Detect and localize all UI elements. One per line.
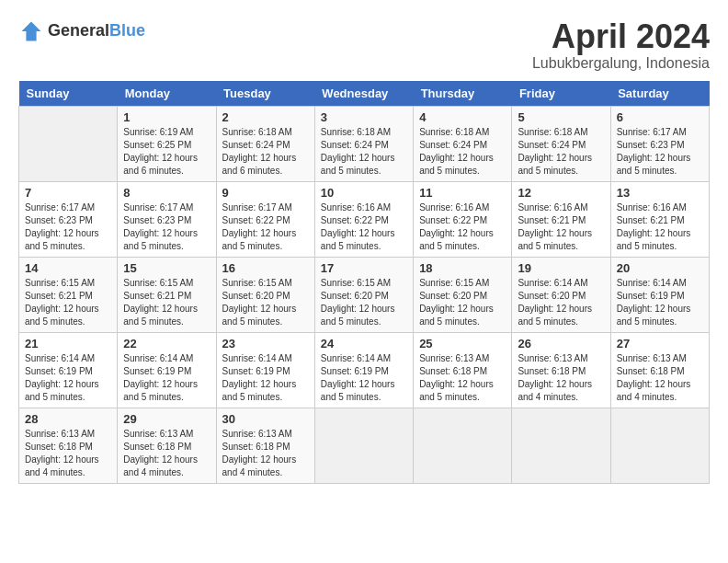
calendar-cell: 5Sunrise: 6:18 AM Sunset: 6:24 PM Daylig… <box>512 106 610 181</box>
calendar-cell: 22Sunrise: 6:14 AM Sunset: 6:19 PM Dayli… <box>118 332 216 408</box>
day-number: 8 <box>123 186 210 200</box>
week-row-2: 7Sunrise: 6:17 AM Sunset: 6:23 PM Daylig… <box>19 181 710 257</box>
day-number: 29 <box>123 412 210 426</box>
header-day-friday: Friday <box>512 81 610 107</box>
day-number: 26 <box>518 337 604 350</box>
calendar-cell: 30Sunrise: 6:13 AM Sunset: 6:18 PM Dayli… <box>216 408 314 483</box>
calendar-cell <box>314 408 413 483</box>
calendar-cell: 4Sunrise: 6:18 AM Sunset: 6:24 PM Daylig… <box>414 106 512 181</box>
day-info: Sunrise: 6:13 AM Sunset: 6:18 PM Dayligh… <box>222 428 309 479</box>
calendar-cell: 14Sunrise: 6:15 AM Sunset: 6:21 PM Dayli… <box>19 257 118 332</box>
day-info: Sunrise: 6:19 AM Sunset: 6:25 PM Dayligh… <box>123 126 210 178</box>
day-info: Sunrise: 6:14 AM Sunset: 6:19 PM Dayligh… <box>123 352 210 404</box>
day-number: 18 <box>419 261 506 275</box>
calendar-cell: 19Sunrise: 6:14 AM Sunset: 6:20 PM Dayli… <box>512 257 610 332</box>
calendar-body: 1Sunrise: 6:19 AM Sunset: 6:25 PM Daylig… <box>19 106 710 483</box>
day-number: 20 <box>617 261 703 275</box>
calendar-cell: 9Sunrise: 6:17 AM Sunset: 6:22 PM Daylig… <box>216 181 314 257</box>
day-info: Sunrise: 6:15 AM Sunset: 6:20 PM Dayligh… <box>222 277 309 328</box>
day-info: Sunrise: 6:17 AM Sunset: 6:23 PM Dayligh… <box>617 126 703 178</box>
day-number: 17 <box>321 261 407 275</box>
calendar-cell <box>414 408 512 483</box>
calendar-cell: 3Sunrise: 6:18 AM Sunset: 6:24 PM Daylig… <box>314 106 413 181</box>
day-number: 23 <box>222 337 309 350</box>
day-number: 22 <box>123 337 210 350</box>
calendar-cell: 8Sunrise: 6:17 AM Sunset: 6:23 PM Daylig… <box>118 181 216 257</box>
day-info: Sunrise: 6:14 AM Sunset: 6:19 PM Dayligh… <box>222 352 309 404</box>
month-title: April 2024 <box>532 18 710 55</box>
calendar-cell: 21Sunrise: 6:14 AM Sunset: 6:19 PM Dayli… <box>19 332 118 408</box>
calendar-cell: 15Sunrise: 6:15 AM Sunset: 6:21 PM Dayli… <box>118 257 216 332</box>
day-info: Sunrise: 6:14 AM Sunset: 6:19 PM Dayligh… <box>25 352 111 404</box>
logo-text: GeneralBlue <box>48 22 145 40</box>
day-info: Sunrise: 6:13 AM Sunset: 6:18 PM Dayligh… <box>419 352 506 404</box>
day-info: Sunrise: 6:16 AM Sunset: 6:22 PM Dayligh… <box>321 201 407 253</box>
header-day-tuesday: Tuesday <box>216 81 314 107</box>
week-row-1: 1Sunrise: 6:19 AM Sunset: 6:25 PM Daylig… <box>19 106 710 181</box>
calendar-cell: 1Sunrise: 6:19 AM Sunset: 6:25 PM Daylig… <box>118 106 216 181</box>
day-number: 12 <box>518 186 604 200</box>
week-row-4: 21Sunrise: 6:14 AM Sunset: 6:19 PM Dayli… <box>19 332 710 408</box>
day-number: 13 <box>617 186 703 200</box>
day-number: 10 <box>321 186 407 200</box>
calendar-cell <box>19 106 118 181</box>
day-info: Sunrise: 6:17 AM Sunset: 6:23 PM Dayligh… <box>123 201 210 253</box>
day-info: Sunrise: 6:17 AM Sunset: 6:23 PM Dayligh… <box>25 201 111 253</box>
calendar-cell: 13Sunrise: 6:16 AM Sunset: 6:21 PM Dayli… <box>610 181 709 257</box>
day-info: Sunrise: 6:15 AM Sunset: 6:21 PM Dayligh… <box>25 277 111 328</box>
day-info: Sunrise: 6:18 AM Sunset: 6:24 PM Dayligh… <box>518 126 604 178</box>
logo: GeneralBlue <box>18 18 145 44</box>
day-number: 27 <box>617 337 703 350</box>
day-number: 11 <box>419 186 506 200</box>
calendar-cell: 6Sunrise: 6:17 AM Sunset: 6:23 PM Daylig… <box>610 106 709 181</box>
title-block: April 2024 Lubukbergalung, Indonesia <box>532 18 710 72</box>
day-number: 9 <box>222 186 309 200</box>
calendar-cell: 28Sunrise: 6:13 AM Sunset: 6:18 PM Dayli… <box>19 408 118 483</box>
day-info: Sunrise: 6:18 AM Sunset: 6:24 PM Dayligh… <box>321 126 407 178</box>
day-number: 7 <box>25 186 111 200</box>
day-info: Sunrise: 6:13 AM Sunset: 6:18 PM Dayligh… <box>25 428 111 479</box>
day-info: Sunrise: 6:15 AM Sunset: 6:20 PM Dayligh… <box>419 277 506 328</box>
calendar-cell: 25Sunrise: 6:13 AM Sunset: 6:18 PM Dayli… <box>414 332 512 408</box>
week-row-5: 28Sunrise: 6:13 AM Sunset: 6:18 PM Dayli… <box>19 408 710 483</box>
day-number: 1 <box>123 110 210 124</box>
header-day-monday: Monday <box>118 81 216 107</box>
calendar-cell <box>610 408 709 483</box>
day-number: 28 <box>25 412 111 426</box>
day-info: Sunrise: 6:13 AM Sunset: 6:18 PM Dayligh… <box>518 352 604 404</box>
calendar-cell: 10Sunrise: 6:16 AM Sunset: 6:22 PM Dayli… <box>314 181 413 257</box>
day-info: Sunrise: 6:18 AM Sunset: 6:24 PM Dayligh… <box>419 126 506 178</box>
day-info: Sunrise: 6:17 AM Sunset: 6:22 PM Dayligh… <box>222 201 309 253</box>
calendar-cell: 24Sunrise: 6:14 AM Sunset: 6:19 PM Dayli… <box>314 332 413 408</box>
week-row-3: 14Sunrise: 6:15 AM Sunset: 6:21 PM Dayli… <box>19 257 710 332</box>
day-number: 2 <box>222 110 309 124</box>
header-day-thursday: Thursday <box>414 81 512 107</box>
day-info: Sunrise: 6:18 AM Sunset: 6:24 PM Dayligh… <box>222 126 309 178</box>
day-number: 19 <box>518 261 604 275</box>
day-info: Sunrise: 6:14 AM Sunset: 6:19 PM Dayligh… <box>321 352 407 404</box>
day-info: Sunrise: 6:16 AM Sunset: 6:22 PM Dayligh… <box>419 201 506 253</box>
calendar-cell: 26Sunrise: 6:13 AM Sunset: 6:18 PM Dayli… <box>512 332 610 408</box>
day-info: Sunrise: 6:13 AM Sunset: 6:18 PM Dayligh… <box>617 352 703 404</box>
calendar-cell: 29Sunrise: 6:13 AM Sunset: 6:18 PM Dayli… <box>118 408 216 483</box>
day-number: 14 <box>25 261 111 275</box>
day-info: Sunrise: 6:16 AM Sunset: 6:21 PM Dayligh… <box>617 201 703 253</box>
header-day-saturday: Saturday <box>610 81 709 107</box>
day-number: 25 <box>419 337 506 350</box>
day-number: 5 <box>518 110 604 124</box>
calendar-cell: 17Sunrise: 6:15 AM Sunset: 6:20 PM Dayli… <box>314 257 413 332</box>
calendar-cell <box>512 408 610 483</box>
svg-marker-0 <box>22 22 41 41</box>
header-day-sunday: Sunday <box>19 81 118 107</box>
calendar-header-row: SundayMondayTuesdayWednesdayThursdayFrid… <box>19 81 710 107</box>
calendar-cell: 23Sunrise: 6:14 AM Sunset: 6:19 PM Dayli… <box>216 332 314 408</box>
day-info: Sunrise: 6:14 AM Sunset: 6:20 PM Dayligh… <box>518 277 604 328</box>
day-info: Sunrise: 6:15 AM Sunset: 6:21 PM Dayligh… <box>123 277 210 328</box>
calendar-cell: 20Sunrise: 6:14 AM Sunset: 6:19 PM Dayli… <box>610 257 709 332</box>
calendar-cell: 11Sunrise: 6:16 AM Sunset: 6:22 PM Dayli… <box>414 181 512 257</box>
header-day-wednesday: Wednesday <box>314 81 413 107</box>
day-number: 6 <box>617 110 703 124</box>
day-number: 21 <box>25 337 111 350</box>
calendar-cell: 27Sunrise: 6:13 AM Sunset: 6:18 PM Dayli… <box>610 332 709 408</box>
day-number: 24 <box>321 337 407 350</box>
